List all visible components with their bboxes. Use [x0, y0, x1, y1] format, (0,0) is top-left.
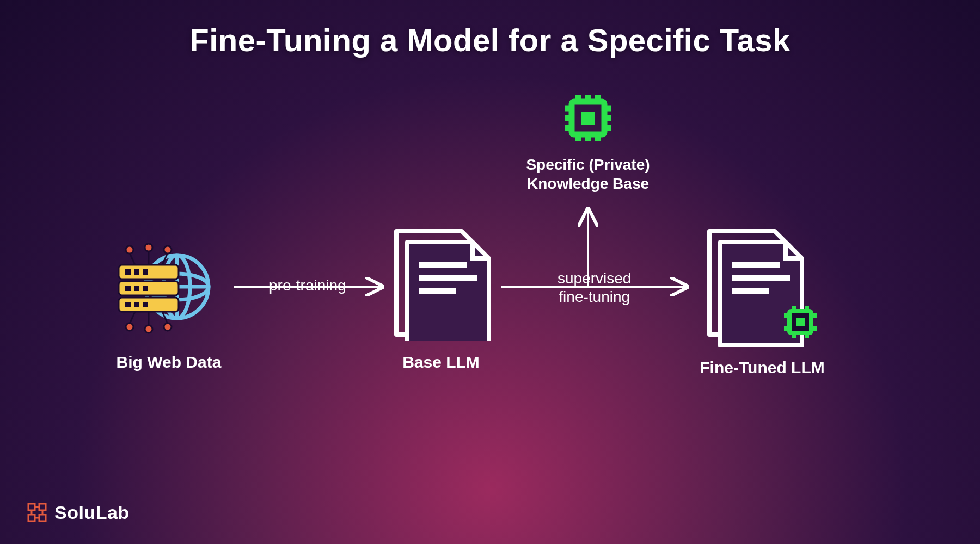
svg-rect-10: [143, 269, 148, 275]
svg-rect-33: [581, 112, 595, 125]
node-base-llm: Base LLM: [387, 227, 495, 372]
svg-rect-62: [39, 515, 46, 521]
node-label-web-data: Big Web Data: [103, 353, 234, 372]
svg-point-26: [145, 325, 152, 333]
document-chip-icon: [700, 227, 825, 347]
brand-name: SoluLab: [54, 502, 130, 523]
svg-rect-61: [28, 515, 35, 521]
diagram-title: Fine-Tuning a Model for a Specific Task: [0, 0, 980, 58]
node-label-ft-llm: Fine-Tuned LLM: [691, 358, 833, 377]
svg-rect-11: [125, 286, 131, 291]
brand: SoluLab: [26, 502, 130, 523]
diagram-stage: Big Web Data Base LLM: [0, 69, 980, 461]
svg-rect-13: [143, 286, 148, 291]
node-big-web-data: Big Web Data: [103, 232, 234, 372]
arrow-label-pretraining: pre-training: [261, 277, 354, 294]
svg-point-18: [126, 246, 133, 254]
svg-point-28: [164, 323, 171, 331]
arrow-label-sft: supervised fine-tuning: [550, 269, 639, 306]
node-label-kb: Specific (Private) Knowledge Base: [506, 155, 670, 193]
svg-rect-9: [134, 269, 139, 275]
brand-logo-icon: [26, 502, 48, 523]
chip-icon: [555, 85, 621, 151]
svg-point-22: [164, 246, 171, 254]
svg-rect-59: [28, 504, 35, 510]
svg-rect-8: [125, 269, 131, 275]
svg-point-24: [126, 323, 133, 331]
svg-point-20: [145, 244, 152, 251]
svg-rect-12: [134, 286, 139, 291]
web-data-icon: [109, 232, 229, 341]
svg-rect-16: [143, 302, 148, 307]
svg-rect-14: [125, 302, 131, 307]
node-label-base-llm: Base LLM: [387, 353, 495, 372]
node-knowledge-base: Specific (Private) Knowledge Base: [506, 85, 670, 193]
svg-line-17: [130, 253, 135, 265]
node-fine-tuned-llm: Fine-Tuned LLM: [691, 227, 833, 377]
svg-line-23: [130, 312, 135, 324]
svg-rect-50: [796, 318, 805, 326]
svg-rect-60: [39, 504, 46, 510]
document-stack-icon: [387, 227, 495, 341]
svg-rect-15: [134, 302, 139, 307]
